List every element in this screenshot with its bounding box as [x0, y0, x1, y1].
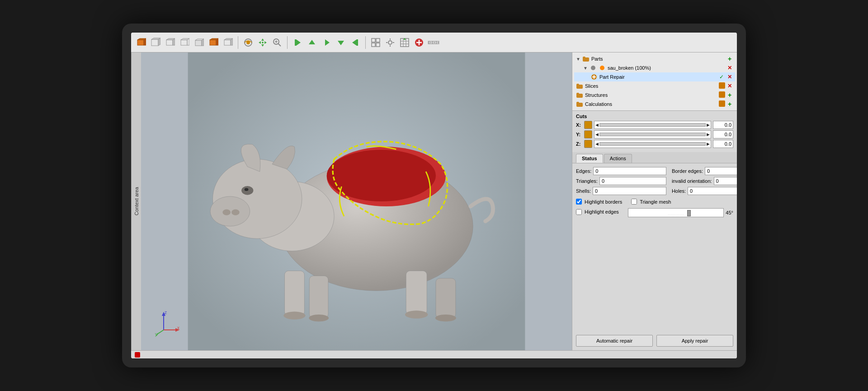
sau-arrow: ▼ [583, 66, 588, 71]
cuts-y-color-btn[interactable] [584, 130, 592, 138]
settings1-btn[interactable] [369, 36, 382, 49]
tree-panel: ▼ Parts + ▼ [572, 52, 737, 111]
cuts-x-slider[interactable]: ◀ ▶ [594, 121, 711, 129]
angle-dots: · · · · · · · · · · · [628, 213, 724, 216]
triangles-value[interactable] [599, 177, 666, 185]
calculations-add-btn[interactable]: + [726, 100, 733, 108]
sau-remove-btn[interactable]: ✕ [726, 64, 733, 72]
cuts-z-right-arrow[interactable]: ▶ [707, 142, 710, 146]
shells-value[interactable] [593, 187, 666, 195]
tree-item-calculations[interactable]: Calculations + [574, 100, 735, 109]
tabs-row: Status Actions [572, 152, 737, 163]
cuts-title: Cuts [576, 114, 733, 119]
orbit-btn[interactable] [242, 36, 255, 49]
triangle-mesh-checkbox[interactable] [631, 199, 637, 205]
cuts-z-label: Z: [576, 141, 582, 147]
cuts-x-color-btn[interactable] [584, 121, 592, 129]
sau-label: sau_broken (100%) [608, 65, 724, 71]
parts-add-btn[interactable]: + [726, 55, 733, 62]
buttons-row: Automatic repair Apply repair [572, 331, 737, 350]
edges-value[interactable] [593, 167, 666, 175]
cuts-z-slider[interactable]: ◀ ▶ [594, 140, 711, 148]
cuts-x-track[interactable] [599, 123, 706, 127]
highlight-borders-row: Highlight borders [576, 199, 622, 205]
cuts-x-right-arrow[interactable]: ▶ [707, 123, 710, 127]
zoom-btn[interactable] [271, 36, 283, 49]
tree-item-parts[interactable]: ▼ Parts + [574, 54, 735, 63]
svg-rect-9 [181, 40, 187, 45]
edges-label: Edges: [576, 168, 591, 174]
view-iso2-btn[interactable] [222, 36, 234, 49]
tab-actions[interactable]: Actions [604, 154, 632, 163]
cuts-y-value[interactable] [713, 130, 733, 138]
status-bar [131, 350, 737, 358]
cuts-z-row: Z: ◀ ▶ [576, 140, 733, 148]
svg-rect-77 [406, 271, 427, 315]
status-dot [135, 352, 140, 358]
parts-label: Parts [591, 56, 724, 62]
tree-item-structures[interactable]: Structures + [574, 91, 735, 100]
cuts-z-track[interactable] [599, 142, 706, 146]
tab-status[interactable]: Status [576, 154, 603, 163]
cuts-z-left-arrow[interactable]: ◀ [595, 142, 599, 146]
svg-marker-20 [231, 38, 233, 45]
cuts-y-slider[interactable]: ◀ ▶ [594, 130, 711, 138]
structures-add-btn[interactable]: + [726, 91, 733, 99]
invalid-orientation-row: invalid orientation: [672, 177, 737, 185]
angle-slider[interactable]: · · · · · · · · · · · [628, 208, 724, 217]
svg-rect-57 [428, 41, 439, 44]
nav-up-btn[interactable] [306, 36, 318, 49]
view-left-btn[interactable] [164, 36, 176, 49]
svg-text:x: x [177, 325, 179, 330]
nav-left-btn[interactable] [291, 36, 304, 49]
grid-btn[interactable] [398, 36, 411, 49]
svg-rect-33 [295, 39, 296, 46]
invalid-orientation-value[interactable] [714, 177, 737, 185]
settings2-btn[interactable] [384, 36, 396, 49]
highlight-edges-checkbox[interactable] [576, 209, 582, 215]
highlight-borders-label: Highlight borders [585, 199, 622, 205]
holes-value[interactable] [688, 187, 737, 195]
cuts-x-value[interactable] [713, 121, 733, 129]
nav-down-btn[interactable] [335, 36, 347, 49]
apply-repair-button[interactable]: Apply repair [656, 335, 733, 347]
tree-item-sau[interactable]: ▼ sau_broken (100%) ✕ [574, 63, 735, 72]
cuts-z-value[interactable] [713, 140, 733, 148]
shells-label: Shells: [576, 188, 591, 194]
cuts-z-color-btn[interactable] [584, 140, 592, 148]
measure-btn[interactable] [427, 36, 440, 49]
triangles-row: Triangles: [576, 177, 666, 185]
svg-rect-12 [195, 40, 202, 46]
slices-icon [719, 82, 725, 89]
add-btn[interactable] [413, 36, 425, 49]
cuts-y-left-arrow[interactable]: ◀ [595, 132, 599, 137]
svg-marker-5 [158, 38, 160, 46]
edges-row: Edges: [576, 167, 666, 175]
angle-value: 45° [726, 210, 733, 215]
view-front-btn[interactable] [149, 36, 162, 49]
sau-actions: ✕ [726, 64, 733, 72]
svg-rect-0 [137, 40, 144, 45]
cuts-x-left-arrow[interactable]: ◀ [595, 123, 599, 127]
viewport[interactable]: z y x [141, 52, 572, 350]
tree-item-repair[interactable]: Part Repair ✓ ✕ [574, 72, 735, 81]
triangles-label: Triangles: [576, 178, 598, 184]
cuts-y-track[interactable] [599, 133, 706, 136]
highlight-borders-checkbox[interactable] [576, 199, 582, 205]
view-top-btn[interactable] [193, 36, 205, 49]
border-edges-value[interactable] [705, 167, 737, 175]
slices-remove-btn[interactable]: ✕ [726, 82, 733, 90]
view-perspective-btn[interactable] [135, 36, 147, 49]
view-right-btn[interactable] [178, 36, 191, 49]
view-iso1-btn[interactable] [207, 36, 220, 49]
automatic-repair-button[interactable]: Automatic repair [576, 335, 653, 347]
pan-btn[interactable] [256, 36, 269, 49]
svg-text:z: z [165, 310, 167, 315]
cuts-y-right-arrow[interactable]: ▶ [707, 132, 710, 137]
nav-back-btn[interactable] [320, 36, 333, 49]
nav-right-btn[interactable] [349, 36, 362, 49]
svg-marker-26 [264, 41, 267, 44]
repair-cancel-btn[interactable]: ✕ [726, 73, 733, 81]
tree-item-slices[interactable]: Slices ✕ [574, 81, 735, 91]
repair-check-btn[interactable]: ✓ [718, 73, 725, 81]
